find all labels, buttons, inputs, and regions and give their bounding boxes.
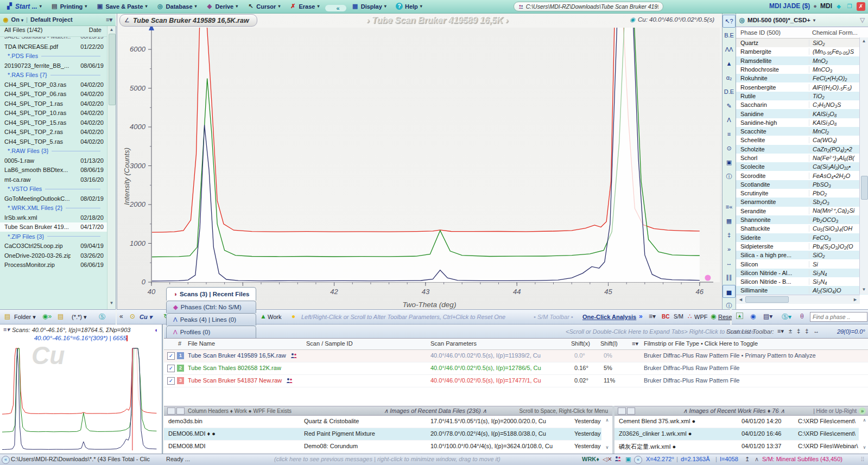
scroll-down-icon[interactable]: ∨ bbox=[604, 445, 611, 450]
go-right-icon[interactable]: » bbox=[859, 407, 866, 415]
menu-item[interactable]: ↖ Cursor ▾ bbox=[243, 2, 284, 11]
reset-icon[interactable]: ◉ bbox=[711, 313, 716, 320]
menu-item[interactable]: ▞ Start ... ▾ bbox=[2, 2, 46, 11]
close-button[interactable]: ✗ bbox=[857, 2, 865, 11]
phase-row[interactable]: Scotlandite PbSO₃ bbox=[736, 180, 868, 189]
file-list-item[interactable]: 0005-1.raw 01/13/20 bbox=[0, 156, 116, 165]
wpf-icon[interactable]: ∴ bbox=[688, 313, 692, 320]
phase-row[interactable]: Sanidine-high KAlSi₃O₈ bbox=[736, 118, 868, 127]
theta-icon[interactable]: θ bbox=[800, 313, 804, 320]
file-list-header[interactable]: All Files (1/42) Date bbox=[0, 26, 116, 37]
one-click-analysis-button[interactable]: One-Click Analysis bbox=[582, 314, 636, 320]
two-theta-offset[interactable]: 2θ(0)=0.0° bbox=[837, 328, 865, 335]
scan-toolbar-icon[interactable]: ± bbox=[789, 328, 792, 334]
phase-row[interactable]: Saccharin C₇H₅NO₃S bbox=[736, 100, 868, 109]
work-file-row[interactable]: Cement Blend 375.wrk.xml ● 04/01/20 14:2… bbox=[614, 416, 859, 428]
phase-row[interactable]: Schorl Na(Fe²⁺)₃Al₆(B( bbox=[736, 154, 868, 162]
phase-row[interactable]: Scholzite CaZn₂(PO₄)₂•2 bbox=[736, 145, 868, 154]
scan-checkbox[interactable]: ✓ bbox=[167, 365, 175, 372]
col-chemical-formula[interactable]: Chemical Form... bbox=[809, 29, 858, 36]
sidebar-menu-icon[interactable]: ≡▾ bbox=[106, 16, 112, 23]
scan-row[interactable]: ✓ 3 Tube Scan Bruker 541837 New.raw 40.0… bbox=[164, 375, 868, 387]
col-file-type[interactable]: Filmstrip or File Type • Click Here to T… bbox=[644, 340, 758, 347]
col-phase-id[interactable]: Phase ID (500) bbox=[736, 29, 809, 36]
display-box-icon[interactable]: ▣ bbox=[625, 456, 631, 463]
scroll-down-icon[interactable]: ▼ bbox=[860, 287, 867, 292]
phase-row[interactable]: Serandite Na(Mn²⁺,Ca)₂Si bbox=[736, 207, 868, 215]
subfile-dropdown-icon[interactable]: Ⓢ▾ bbox=[782, 313, 791, 322]
file-list-item[interactable]: Tube Scan Bruker 419... 04/17/20 bbox=[0, 222, 116, 232]
file-list-item[interactable]: CH4_SPL_TOP_15.ras 04/02/20 bbox=[0, 118, 116, 128]
bottom-tab[interactable]: Λ Peaks (4) | Lines (0) bbox=[166, 313, 256, 326]
phase-row[interactable]: Rutile TiO₂ bbox=[736, 92, 868, 100]
people-icon[interactable] bbox=[614, 456, 622, 462]
phase-row[interactable]: Rhodochrosite MnCO₃ bbox=[736, 65, 868, 74]
project-selector[interactable]: Default Project bbox=[30, 16, 73, 23]
search-icon[interactable]: ◉ bbox=[750, 313, 756, 320]
work-files-bar[interactable]: ∧ Images of Recent Work Files ♦ 76 ∧ | H… bbox=[614, 406, 868, 416]
phase-row[interactable]: Scorodite FeAsO₄•2H₂O bbox=[736, 171, 868, 180]
status-ready[interactable]: Ready ... bbox=[166, 456, 190, 462]
profile-fit-icon[interactable]: Λ bbox=[723, 113, 736, 126]
phase-row[interactable]: Siderite FeCO₃ bbox=[736, 233, 868, 242]
background-edit-icon[interactable]: B.E bbox=[723, 29, 736, 42]
scroll-up-icon[interactable]: ∧ bbox=[604, 418, 611, 423]
menu-icon[interactable]: ≡▾ bbox=[632, 340, 638, 347]
menu-item[interactable]: ▦ Display ▾ bbox=[348, 2, 390, 11]
go-icon[interactable]: ◉» bbox=[42, 313, 52, 320]
menu-icon[interactable]: ≡▾ bbox=[649, 313, 656, 320]
data-file-row[interactable]: DEMO06.MDI ♦ ● Red Paint Pigment Mixture… bbox=[164, 428, 601, 441]
chart-title-tab[interactable]: ∠ Tube Scan Bruker 419589 16,5K.raw bbox=[119, 14, 257, 27]
fast-forward-icon[interactable]: » bbox=[639, 313, 643, 320]
scan-row[interactable]: ✓ 1 Tube Scan Bruker 419589 16,5K.raw 40… bbox=[164, 350, 868, 362]
file-list-item[interactable]: CH4_SPL_TOP_1.ras 04/02/20 bbox=[0, 99, 116, 109]
slope-correct-icon[interactable]: ✎ bbox=[723, 99, 736, 112]
data-files-title[interactable]: ∧ Images of Recent Data Files (236) ∧ bbox=[343, 407, 528, 415]
phase-row[interactable]: Sillimanite Al₂(SiO₄)O bbox=[736, 286, 868, 295]
anode-dropdown[interactable]: Cu ▾ bbox=[140, 314, 152, 321]
scan-toolbar-icon[interactable]: ‡ bbox=[805, 328, 808, 334]
experiment-icon[interactable]: ⊙ bbox=[723, 142, 736, 155]
work-files-title[interactable]: ∧ Images of Recent Work Files ♦ 76 ∧ bbox=[663, 407, 804, 415]
peak-paint-icon[interactable]: ▲ bbox=[723, 57, 736, 70]
phase-list-scrollbar[interactable]: ▲ ▼ bbox=[859, 37, 868, 294]
scan-toolbar-icon[interactable]: ‡ bbox=[797, 328, 800, 334]
phase-row[interactable]: Senarmontite Sb₂O₃ bbox=[736, 198, 868, 206]
file-list-item[interactable]: CH4_SPL_TOP_10.ras 04/02/20 bbox=[0, 109, 116, 118]
bottom-tab[interactable]: Λ Profiles (0) bbox=[166, 326, 256, 338]
file-list-item[interactable]: IrSb.wrk.xml 02/18/20 bbox=[0, 213, 116, 222]
file-list-item[interactable]: *.RAS Files {7} bbox=[0, 71, 116, 80]
phase-hscrollbar[interactable]: ◄ ► bbox=[736, 295, 860, 304]
file-list-item[interactable]: OneDrive-2020-03-26.zip 03/26/20 bbox=[0, 251, 116, 260]
file-list-item[interactable]: JADE Standard - Materi... 08/23/19 bbox=[0, 37, 116, 42]
file-list-item[interactable]: *.PDS Files bbox=[0, 52, 116, 61]
bottom-tab[interactable]: ◆ Phases (Ctrl: No S/M) bbox=[166, 301, 256, 313]
pin-up-icon[interactable]: ↥ bbox=[745, 456, 750, 463]
file-list-item[interactable]: CH4_SPL_TOP_5.ras 04/02/20 bbox=[0, 137, 116, 146]
menu-item[interactable]: « ▾ bbox=[325, 5, 346, 11]
book-dropdown-icon[interactable]: ▤▾ bbox=[763, 313, 772, 320]
menu-item[interactable]: ◈ Derive ▾ bbox=[202, 2, 242, 11]
scroll-down-icon[interactable]: ∨ bbox=[861, 445, 868, 450]
phase-row[interactable]: Silicon Nitride - Al... Si₃N₄ bbox=[736, 269, 868, 277]
col-all-files[interactable]: All Files (1/42) bbox=[4, 27, 42, 36]
file-list-item[interactable]: GoToMeetingOutlookC... 08/02/19 bbox=[0, 194, 116, 203]
wrk-indicator[interactable]: WRK♦ bbox=[582, 456, 599, 462]
phase-row[interactable]: Rosenbergite AlF((H₂O).₅F.₅) bbox=[736, 82, 868, 91]
workfile-path-pill[interactable]: C:\Users\MDI-RZ\Downloads\Tube Scan Bruk… bbox=[514, 2, 663, 11]
stack-view-icon[interactable]: ▅ bbox=[723, 285, 736, 298]
xrd-plot[interactable]: 404142434445460100020003000400050006000T… bbox=[117, 14, 723, 309]
alpha2-strip-icon[interactable]: α₂ bbox=[723, 71, 736, 84]
phase-row[interactable]: Silicon Si bbox=[736, 259, 868, 268]
cell-refine-icon[interactable]: ▣ bbox=[723, 156, 736, 169]
phase-row[interactable]: Quartz SiO₂ bbox=[736, 39, 868, 47]
phase-row[interactable]: Shattuckite Cu₅(SiO₃)₄(OH bbox=[736, 224, 868, 233]
sm-subfiles-status[interactable]: S/M: Mineral Subfiles (43,450) bbox=[762, 456, 842, 462]
folder-dropdown[interactable]: Folder ▾ bbox=[14, 314, 36, 321]
anode-icon[interactable]: ⊙ bbox=[130, 313, 135, 320]
data-file-row[interactable]: demo3ds.bin Quartz & Cristobalite 17.0°/… bbox=[164, 416, 601, 428]
bc-button[interactable]: BC bbox=[662, 314, 669, 320]
phase-row[interactable]: Scacchite MnCl₂ bbox=[736, 127, 868, 136]
scan-checkbox[interactable]: ✓ bbox=[167, 352, 175, 360]
file-list-scrollbar[interactable]: ▲ ▼ bbox=[107, 26, 116, 309]
